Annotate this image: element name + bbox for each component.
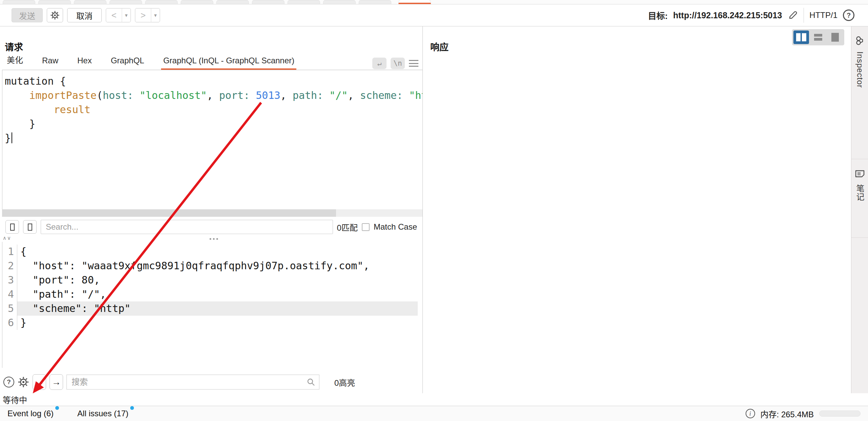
single-layout-icon bbox=[831, 33, 839, 42]
inspector-label: Inspector bbox=[855, 51, 865, 88]
search-match-count: 0匹配 bbox=[337, 221, 358, 233]
chevron-right-icon: > bbox=[135, 8, 151, 22]
memory-bar bbox=[819, 411, 861, 417]
request-tab-4[interactable]: GraphQL (InQL - GraphQL Scanner) bbox=[161, 56, 296, 70]
code-line: } bbox=[5, 117, 422, 131]
info-icon[interactable]: i bbox=[746, 409, 755, 418]
app-tab-stub[interactable] bbox=[216, 0, 249, 4]
request-tab-2[interactable]: Hex bbox=[75, 56, 94, 70]
app-tab-stub[interactable] bbox=[110, 0, 142, 4]
graphql-editor[interactable]: mutation { importPaste(host: "localhost"… bbox=[2, 70, 422, 209]
forward-dropdown-arrow-icon[interactable]: ▼ bbox=[151, 8, 160, 22]
json-line: 5 "scheme": "http" bbox=[2, 301, 422, 316]
json-line-text: "scheme": "http" bbox=[17, 301, 418, 316]
request-title: 请求 bbox=[5, 40, 23, 53]
search-next-icon bbox=[28, 224, 32, 231]
editor-splitter[interactable]: ∧∨ bbox=[0, 237, 422, 242]
editor-search-bar: 0匹配 Match Case bbox=[2, 217, 422, 237]
app-tab-stub[interactable] bbox=[359, 0, 391, 4]
editor-menu-icon[interactable] bbox=[409, 60, 418, 67]
inql-json-viewer[interactable]: 1{2 "host": "waaat9xfgmc9891j0qfraqfqphv… bbox=[2, 242, 422, 368]
app-tab-stub[interactable] bbox=[145, 0, 178, 4]
repeater-toolbar: 发送 取消 < ▼ > ▼ 目标: http://192.168.242.215… bbox=[0, 5, 868, 26]
request-tab-1[interactable]: Raw bbox=[40, 56, 60, 70]
layout-single-button[interactable] bbox=[827, 30, 843, 44]
search-prev-icon bbox=[10, 224, 15, 231]
request-tab-0[interactable]: 美化 bbox=[5, 54, 25, 70]
line-number: 6 bbox=[2, 316, 17, 330]
app-tab-selected[interactable] bbox=[398, 0, 431, 4]
inql-help-icon[interactable]: ? bbox=[3, 377, 14, 387]
layout-rows-button[interactable] bbox=[810, 30, 826, 44]
highlight-count: 0高亮 bbox=[334, 376, 355, 388]
match-case-checkbox[interactable] bbox=[362, 223, 370, 231]
target-label: 目标: bbox=[648, 9, 668, 21]
json-line-text: } bbox=[17, 316, 418, 330]
send-button[interactable]: 发送 bbox=[12, 8, 43, 22]
sidebar-tab-notes[interactable]: 笔记 bbox=[851, 159, 868, 238]
all-issues-button[interactable]: All issues (17) bbox=[77, 409, 133, 418]
find-previous-button[interactable]: ← bbox=[33, 374, 46, 390]
event-log-button[interactable]: Event log (6) bbox=[7, 409, 58, 418]
response-title: 响应 bbox=[430, 40, 449, 53]
code-line: } bbox=[5, 131, 422, 145]
layout-columns-button[interactable] bbox=[793, 30, 809, 44]
json-line: 6} bbox=[2, 316, 422, 330]
editor-horizontal-scrollbar[interactable] bbox=[2, 209, 422, 217]
back-dropdown-arrow-icon[interactable]: ▼ bbox=[122, 8, 131, 22]
cancel-button[interactable]: 取消 bbox=[67, 8, 102, 22]
show-newlines-icon[interactable]: \n bbox=[391, 58, 405, 69]
http-version-label[interactable]: HTTP/1 bbox=[809, 10, 837, 20]
scrollbar-thumb[interactable] bbox=[2, 209, 336, 217]
all-issues-notification-dot bbox=[130, 406, 134, 410]
code-line: importPaste(host: "localhost", port: 501… bbox=[5, 88, 422, 103]
app-tab-stub[interactable] bbox=[3, 0, 35, 4]
layout-toggle-group bbox=[792, 29, 844, 45]
app-tab-stub[interactable] bbox=[38, 0, 71, 4]
search-next-button[interactable] bbox=[23, 220, 37, 234]
request-tab-3[interactable]: GraphQL bbox=[109, 56, 146, 70]
search-prev-button[interactable] bbox=[5, 220, 19, 234]
rows-layout-icon bbox=[814, 34, 822, 41]
splitter-collapse-icons[interactable]: ∧∨ bbox=[3, 235, 12, 241]
word-wrap-icon[interactable]: ↵ bbox=[372, 58, 387, 69]
sidebar-tab-inspector[interactable]: Inspector bbox=[851, 26, 868, 159]
edit-pencil-icon[interactable] bbox=[787, 10, 798, 21]
match-case-label: Match Case bbox=[374, 222, 417, 232]
all-issues-label: All issues (17) bbox=[77, 409, 129, 418]
notes-icon bbox=[854, 168, 865, 179]
right-sidebar: Inspector 笔记 bbox=[851, 26, 868, 393]
editor-search-input[interactable] bbox=[41, 220, 333, 234]
text-cursor bbox=[12, 132, 12, 143]
back-request-button[interactable]: < ▼ bbox=[106, 8, 131, 22]
inspector-icon bbox=[854, 35, 865, 46]
response-pane: 响应 bbox=[423, 26, 851, 393]
chevron-left-icon: < bbox=[106, 8, 122, 22]
target-area: 目标: http://192.168.242.215:5013 HTTP/1 ? bbox=[648, 5, 854, 26]
json-line-text: "host": "waaat9xfgmc9891j0qfraqfqphv9j07… bbox=[17, 259, 418, 273]
forward-request-button[interactable]: > ▼ bbox=[135, 8, 160, 22]
app-tab-stub[interactable] bbox=[252, 0, 284, 4]
app-tab-stub[interactable] bbox=[323, 0, 356, 4]
editor-toolbar-icons: ↵ \n bbox=[372, 58, 418, 69]
app-tab-stub[interactable] bbox=[74, 0, 106, 4]
inql-settings-gear-icon[interactable] bbox=[18, 376, 29, 388]
repeater-main: 请求 美化RawHexGraphQLGraphQL (InQL - GraphQ… bbox=[0, 26, 868, 393]
line-number: 3 bbox=[2, 273, 17, 287]
status-bar: Event log (6) All issues (17) i 内存: 265.… bbox=[0, 406, 868, 421]
request-pane: 请求 美化RawHexGraphQLGraphQL (InQL - GraphQ… bbox=[0, 26, 423, 393]
app-tab-stub[interactable] bbox=[288, 0, 320, 4]
splitter-handle-icon[interactable] bbox=[210, 238, 218, 240]
event-log-label: Event log (6) bbox=[7, 409, 54, 418]
line-number: 5 bbox=[2, 301, 17, 316]
request-message-tabs: 美化RawHexGraphQLGraphQL (InQL - GraphQL S… bbox=[5, 56, 311, 70]
json-line: 4 "path": "/", bbox=[2, 287, 422, 301]
inql-search-input[interactable] bbox=[66, 375, 319, 390]
waiting-status-text: 等待中 bbox=[3, 394, 27, 405]
find-next-button[interactable]: → bbox=[50, 374, 63, 390]
send-settings-button[interactable] bbox=[47, 8, 63, 22]
help-icon[interactable]: ? bbox=[843, 9, 854, 21]
arrow-left-icon: ← bbox=[35, 377, 44, 387]
columns-layout-icon bbox=[796, 33, 801, 41]
app-tab-stub[interactable] bbox=[181, 0, 213, 4]
